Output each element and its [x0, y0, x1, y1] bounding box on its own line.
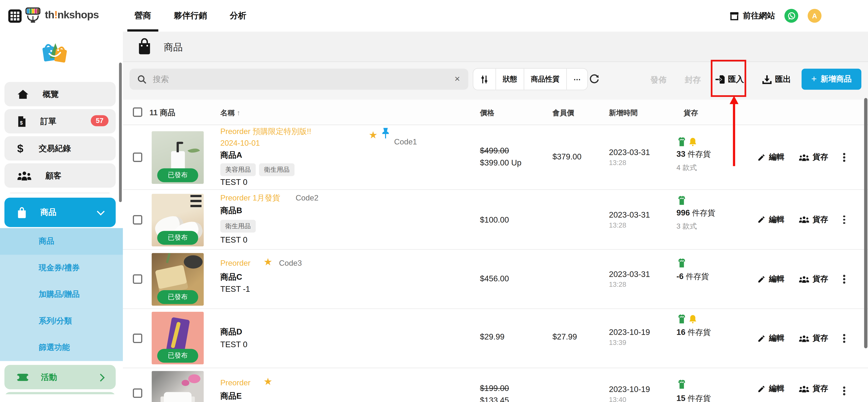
- row-checkbox[interactable]: [133, 334, 142, 343]
- app-window: th!nkshops 營商 夥伴行銷 分析 前往網站: [0, 0, 868, 402]
- stock-count: 33 件存貨: [676, 149, 711, 160]
- page-scrollbar[interactable]: [864, 98, 867, 348]
- preorder-date: 2024-10-01: [220, 138, 260, 147]
- table-row-product-d: 已發布 商品D TEST 0 $29.99 $27.99 2023-10-19 …: [123, 309, 868, 368]
- export-button[interactable]: 匯出: [762, 74, 791, 85]
- row-menu-icon[interactable]: [841, 333, 846, 344]
- edit-button[interactable]: 編輯: [757, 274, 784, 284]
- filter-status-button[interactable]: 狀態: [496, 68, 524, 90]
- price-current: $456.00: [480, 274, 509, 283]
- publish-button[interactable]: 發佈: [650, 75, 666, 85]
- column-header-name[interactable]: 名稱 ↑: [220, 108, 240, 118]
- edit-button[interactable]: 編輯: [757, 334, 784, 343]
- row-checkbox[interactable]: [133, 215, 142, 224]
- import-icon: [715, 75, 725, 84]
- archive-button[interactable]: 封存: [685, 75, 701, 85]
- products-submenu: 商品 現金券/禮券 加購品/贈品 系列/分類 篩選功能: [0, 228, 123, 361]
- stock-button[interactable]: 貨存: [799, 152, 828, 162]
- created-date: 2023-03-31: [609, 270, 650, 279]
- awning-shop-icon: [24, 7, 41, 23]
- tab-analytics[interactable]: 分析: [226, 0, 250, 31]
- edit-button[interactable]: 編輯: [757, 152, 784, 162]
- status-badge: 已發布: [157, 168, 198, 182]
- sidebar-item-label: 顧客: [45, 170, 61, 181]
- table-row-product-a: 已發布 Preorder 預購限定特別版!! 2024-10-01 ★ Code…: [123, 125, 868, 190]
- edit-button[interactable]: 編輯: [757, 384, 784, 394]
- pencil-icon: [757, 334, 766, 343]
- svg-text:$: $: [20, 120, 23, 125]
- sidebar-item-activities[interactable]: 活動: [4, 365, 116, 389]
- sidebar-item-customers[interactable]: 顧客: [4, 163, 116, 188]
- filter-group: 狀態 商品性質 ⋯: [473, 68, 587, 90]
- submenu-item-vouchers[interactable]: 現金券/禮券: [0, 255, 123, 281]
- search-bar[interactable]: ×: [129, 68, 468, 90]
- sidebar-item-orders[interactable]: $ 訂單 57: [4, 109, 116, 133]
- stock-count: 16 件存貨: [676, 328, 711, 338]
- column-header-stock[interactable]: 貨存: [684, 108, 698, 118]
- submenu-item-products[interactable]: 商品: [0, 228, 123, 255]
- product-code: Code3: [279, 259, 302, 267]
- column-header-created[interactable]: 新增時間: [609, 108, 638, 118]
- row-menu-icon[interactable]: [841, 213, 846, 226]
- sidebar-scrollbar[interactable]: [119, 62, 122, 202]
- user-avatar[interactable]: A: [808, 9, 822, 23]
- submenu-item-collections[interactable]: 系列/分類: [0, 308, 123, 335]
- star-icon: ★: [369, 130, 378, 140]
- tab-merchant[interactable]: 營商: [131, 0, 155, 31]
- column-header-member-price[interactable]: 會員價: [553, 108, 574, 118]
- invoice-icon: $: [17, 115, 26, 127]
- people-icon: [799, 276, 809, 283]
- filter-nature-button[interactable]: 商品性質: [524, 68, 567, 90]
- sidebar-item-transactions[interactable]: $ 交易紀錄: [4, 136, 116, 161]
- stock-button[interactable]: 貨存: [799, 214, 828, 225]
- annotation-arrow-shaft: [733, 103, 735, 166]
- submenu-item-addons[interactable]: 加購品/贈品: [0, 281, 123, 308]
- product-image[interactable]: 已發布: [152, 312, 204, 364]
- sidebar-item-products[interactable]: 商品: [4, 198, 116, 227]
- whatsapp-icon[interactable]: [784, 9, 798, 23]
- product-name: 商品D: [220, 327, 242, 337]
- row-menu-icon[interactable]: [841, 273, 846, 285]
- sidebar-item-overview[interactable]: 概覽: [4, 82, 116, 106]
- product-name: 商品B: [220, 205, 242, 216]
- filter-more-button[interactable]: ⋯: [567, 68, 587, 90]
- variants-count: 4 款式: [676, 163, 697, 173]
- stock-button[interactable]: 貨存: [799, 384, 828, 394]
- row-menu-icon[interactable]: [841, 385, 846, 397]
- filter-sliders-button[interactable]: [473, 68, 496, 90]
- created-time: 13:40: [609, 396, 626, 402]
- row-checkbox[interactable]: [133, 389, 142, 398]
- column-header-price[interactable]: 價格: [480, 108, 494, 118]
- add-product-button[interactable]: + 新增商品: [802, 68, 861, 90]
- import-button[interactable]: 匯入: [715, 74, 744, 85]
- apps-grid-icon[interactable]: [8, 9, 22, 23]
- product-image[interactable]: [152, 371, 204, 402]
- preorder-label: Preorder: [220, 378, 251, 387]
- refresh-icon[interactable]: [589, 74, 599, 85]
- product-subtitle: TEST 0: [220, 178, 247, 187]
- submenu-item-filters[interactable]: 篩選功能: [0, 335, 123, 361]
- dollar-icon: $: [17, 142, 25, 154]
- shop-bags-logo: [41, 40, 69, 65]
- pencil-icon: [757, 275, 766, 283]
- price-current: $133.45: [480, 396, 509, 402]
- product-image[interactable]: 已發布: [152, 253, 204, 306]
- product-image[interactable]: 已發布: [152, 194, 204, 246]
- product-image[interactable]: 已發布: [152, 131, 204, 184]
- search-clear-icon[interactable]: ×: [455, 74, 460, 85]
- go-to-site-button[interactable]: 前往網站: [730, 10, 775, 21]
- edit-button[interactable]: 編輯: [757, 214, 784, 225]
- topbar-right: 前往網站 A: [730, 0, 822, 31]
- row-menu-icon[interactable]: [841, 151, 846, 163]
- row-checkbox[interactable]: [133, 275, 142, 284]
- search-input[interactable]: [152, 74, 455, 84]
- created-time: 13:28: [609, 159, 626, 167]
- stock-button[interactable]: 貨存: [799, 274, 828, 284]
- page-header: 商品: [123, 31, 868, 62]
- row-checkbox[interactable]: [133, 152, 142, 162]
- select-all-checkbox[interactable]: [133, 107, 142, 117]
- chevron-right-icon: [97, 374, 105, 381]
- brand-logo[interactable]: th!nkshops: [24, 7, 99, 23]
- stock-button[interactable]: 貨存: [799, 334, 828, 343]
- tab-partner-marketing[interactable]: 夥伴行銷: [170, 0, 210, 31]
